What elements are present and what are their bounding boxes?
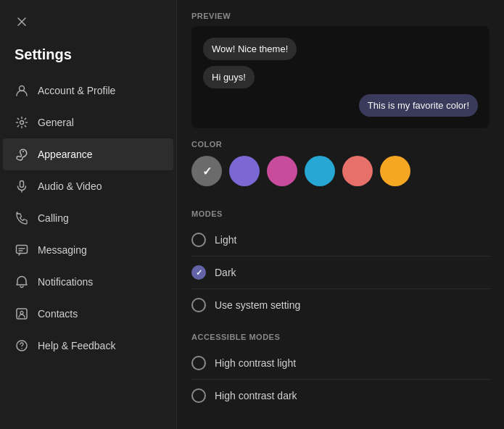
- main-content: PREVIEW Wow! Nice theme! Hi guys! This i…: [177, 0, 504, 429]
- sidebar-item-label: Messaging: [38, 244, 87, 256]
- sidebar-item-appearance[interactable]: Appearance: [3, 138, 173, 170]
- sidebar-item-general[interactable]: General: [3, 107, 173, 138]
- radio-system: [191, 298, 206, 312]
- sidebar-item-notifications[interactable]: Notifications: [3, 266, 173, 298]
- radio-light: [191, 233, 206, 247]
- chat-bubble-received-2: Hi guys!: [203, 66, 255, 88]
- sidebar-item-label: Help & Feedback: [38, 340, 115, 351]
- chat-row-3: This is my favorite color!: [203, 94, 478, 117]
- mode-light[interactable]: Light: [191, 224, 489, 257]
- accessible-section: High contrast light High contrast dark: [177, 347, 504, 412]
- color-label: COLOR: [191, 140, 489, 149]
- accessible-high-contrast-dark-label: High contrast dark: [215, 390, 297, 401]
- sidebar-item-help[interactable]: Help & Feedback: [3, 330, 173, 362]
- color-swatch-gray[interactable]: [191, 156, 222, 186]
- accessible-high-contrast-light-label: High contrast light: [215, 357, 296, 369]
- sidebar-item-label: Calling: [38, 212, 69, 224]
- svg-rect-5: [17, 246, 28, 254]
- radio-dark: [191, 265, 206, 280]
- color-swatch-purple[interactable]: [229, 156, 260, 186]
- accessible-label: ACCESSIBLE MODES: [177, 321, 504, 347]
- sidebar-item-label: Account & Profile: [38, 85, 115, 96]
- svg-rect-3: [20, 181, 24, 188]
- color-swatch-pink[interactable]: [267, 156, 297, 186]
- radio-high-contrast-dark: [191, 388, 206, 403]
- sidebar-item-calling[interactable]: Calling: [3, 202, 173, 234]
- sidebar-item-account[interactable]: Account & Profile: [3, 75, 173, 107]
- bell-icon: [15, 275, 29, 289]
- message-icon: [15, 243, 29, 257]
- close-icon: [17, 17, 26, 26]
- svg-point-9: [21, 348, 22, 349]
- mode-system[interactable]: Use system setting: [191, 289, 489, 321]
- sidebar-item-label: Audio & Video: [38, 180, 102, 192]
- mode-dark[interactable]: Dark: [191, 257, 489, 289]
- sidebar-item-label: Notifications: [38, 276, 93, 288]
- mode-system-label: Use system setting: [215, 299, 300, 311]
- mode-light-label: Light: [215, 234, 236, 246]
- color-swatch-salmon[interactable]: [342, 156, 373, 186]
- preview-area: Wow! Nice theme! Hi guys! This is my fav…: [191, 26, 489, 128]
- settings-icon: [15, 115, 29, 130]
- sidebar-item-label: General: [38, 117, 74, 128]
- svg-point-7: [20, 312, 23, 315]
- colors-row: [191, 156, 489, 186]
- accessible-high-contrast-dark[interactable]: High contrast dark: [191, 380, 489, 412]
- mic-icon: [15, 179, 29, 193]
- phone-icon: [15, 211, 29, 225]
- contacts-icon: [15, 307, 29, 321]
- sidebar-header: [0, 0, 176, 41]
- mode-dark-label: Dark: [215, 267, 236, 278]
- color-swatch-blue[interactable]: [305, 156, 335, 186]
- sidebar-item-label: Appearance: [38, 149, 93, 160]
- sidebar-item-messaging[interactable]: Messaging: [3, 234, 173, 266]
- modes-section: Light Dark Use system setting: [177, 224, 504, 321]
- modes-label: MODES: [177, 198, 504, 224]
- close-button[interactable]: [12, 12, 32, 32]
- preview-label: PREVIEW: [177, 0, 504, 26]
- help-icon: [15, 338, 29, 353]
- accessible-high-contrast-light[interactable]: High contrast light: [191, 347, 489, 379]
- person-icon: [15, 83, 29, 98]
- svg-point-2: [22, 151, 24, 152]
- color-swatch-orange[interactable]: [380, 156, 410, 186]
- radio-high-contrast-light: [191, 356, 206, 370]
- chat-bubble-received-1: Wow! Nice theme!: [203, 38, 297, 60]
- chat-row-1: Wow! Nice theme!: [203, 38, 478, 60]
- sidebar-item-label: Contacts: [38, 308, 78, 320]
- chat-row-2: Hi guys!: [203, 66, 478, 88]
- sidebar: Settings Account & Profile General Appea…: [0, 0, 177, 429]
- settings-title: Settings: [3, 41, 176, 75]
- sidebar-item-contacts[interactable]: Contacts: [3, 298, 173, 330]
- chat-bubble-sent-1: This is my favorite color!: [359, 94, 478, 117]
- color-section: COLOR: [177, 140, 504, 198]
- svg-point-1: [20, 121, 24, 125]
- brush-icon: [15, 147, 29, 162]
- sidebar-item-audio-video[interactable]: Audio & Video: [3, 170, 173, 202]
